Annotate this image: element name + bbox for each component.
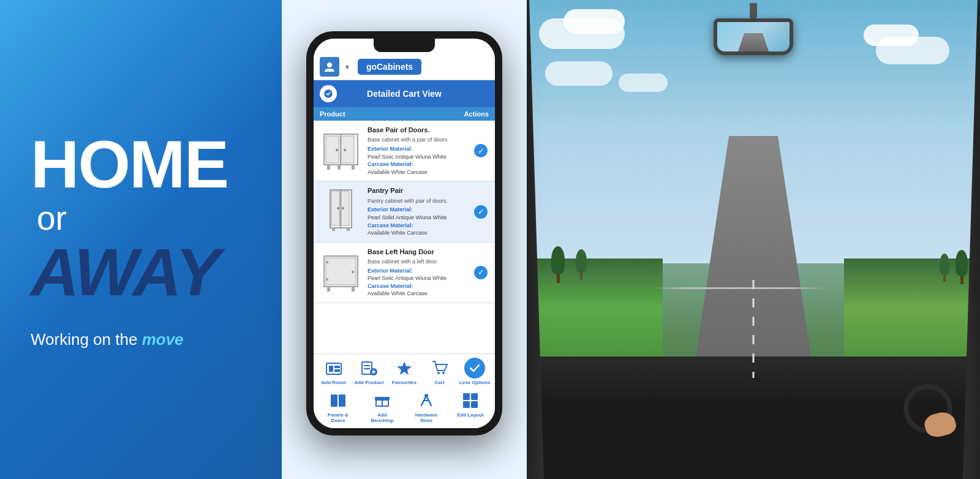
hardware-store-label: Hardware Store (410, 412, 442, 423)
svg-marker-36 (397, 361, 412, 375)
svg-rect-41 (339, 394, 345, 407)
add-benchtop-icon (372, 390, 393, 411)
add-room-label: Add Room (322, 380, 346, 385)
tagline: Working on the move (31, 330, 251, 349)
tagline-highlight: move (142, 330, 184, 349)
dropdown-arrow[interactable]: ▼ (344, 64, 350, 70)
product-item-2: Pantry Pair Pantry cabinet with pair of … (314, 181, 495, 242)
svg-rect-24 (327, 287, 330, 292)
steering-wheel-area (900, 381, 956, 436)
cart-nav-icon (429, 358, 450, 379)
tree-group-right2 (940, 254, 949, 282)
product-item-3: Base Left Hang Door Base cabinet with a … (314, 243, 495, 303)
product-action-2[interactable]: ✓ (474, 186, 490, 236)
carcase-value-2: Available White Carcase (368, 229, 469, 237)
product-action-1[interactable]: ✓ (474, 126, 490, 176)
exterior-label-3: Exterior Material: (368, 267, 469, 275)
product-thumb-2 (318, 186, 363, 235)
nav-add-benchtop[interactable]: Add Benchtop (366, 390, 398, 423)
tagline-prefix: Working on the (31, 330, 142, 349)
edit-layout-icon (460, 390, 481, 411)
add-room-icon (323, 358, 344, 379)
bottom-navigation: Add Room (314, 353, 495, 428)
product-info-1: Base Pair of Doors. Base cabinet with a … (368, 126, 469, 176)
carcase-label-2: Carcase Material: (368, 222, 469, 230)
center-panel: ▼ goCabinets Detailed Cart View Product … (282, 0, 527, 479)
carcase-value-3: Available White Carcase (368, 290, 469, 298)
nav-add-room[interactable]: Add Room (318, 358, 350, 385)
nav-edit-layout[interactable]: Edit Layout (454, 390, 486, 423)
svg-rect-52 (471, 401, 478, 408)
product-thumb-1 (318, 126, 363, 175)
product-name-2: Pantry Pair (368, 186, 469, 195)
product-info-2: Pantry Pair Pantry cabinet with pair of … (368, 186, 469, 236)
panels-doors-icon (328, 390, 349, 411)
rearview-mirror-assembly (714, 3, 793, 55)
svg-rect-8 (327, 165, 330, 170)
nav-less-options[interactable]: Less Options (459, 358, 491, 385)
svg-rect-23 (326, 278, 328, 281)
left-panel: HOME or AWAY Working on the move (0, 0, 282, 479)
tree-group-right (956, 250, 968, 284)
tree-group-left (551, 246, 565, 283)
add-benchtop-label: Add Benchtop (366, 412, 398, 423)
svg-rect-50 (471, 393, 478, 400)
home-text: HOME (31, 130, 251, 198)
check-icon-3[interactable]: ✓ (474, 266, 488, 279)
nav-panels-doors[interactable]: Panels & Doors (322, 390, 354, 423)
svg-rect-29 (334, 369, 340, 372)
svg-rect-26 (326, 363, 341, 374)
col-product: Product (320, 110, 345, 118)
guardrail (654, 287, 825, 289)
product-item-1: Base Pair of Doors. Base cabinet with a … (314, 121, 495, 181)
nav-add-product[interactable]: Add Product (353, 358, 385, 385)
svg-rect-10 (337, 165, 341, 170)
svg-point-39 (466, 360, 483, 377)
col-actions: Actions (464, 110, 489, 118)
product-desc-3: Base cabinet with a left door. (368, 258, 469, 266)
exterior-value-1: Pearl Soiic Antique Wiuna White (368, 153, 469, 161)
nav-favourites[interactable]: Favourites (388, 358, 420, 385)
rearview-mirror (714, 18, 793, 55)
check-icon-1[interactable]: ✓ (474, 144, 488, 157)
table-column-headers: Product Actions (314, 107, 495, 121)
check-icon-2[interactable]: ✓ (474, 205, 488, 219)
svg-point-38 (442, 372, 445, 374)
svg-point-7 (344, 149, 346, 151)
cloud-6 (619, 74, 668, 92)
product-desc-2: Pantry cabinet with pair of doors. (368, 197, 469, 205)
svg-point-15 (337, 207, 339, 209)
carcase-value-1: Available White Carcase (368, 168, 469, 176)
cloud-4 (864, 25, 919, 46)
svg-rect-40 (331, 394, 337, 407)
svg-point-47 (424, 394, 428, 398)
phone-mockup: ▼ goCabinets Detailed Cart View Product … (306, 31, 502, 436)
svg-point-6 (336, 149, 338, 151)
user-avatar[interactable] (320, 57, 339, 77)
product-name-3: Base Left Hang Door (368, 247, 469, 257)
svg-point-21 (352, 271, 354, 273)
product-action-3[interactable]: ✓ (474, 247, 490, 298)
nav-row-2: Panels & Doors Add Benchtop (314, 387, 495, 428)
phone-notch (374, 39, 435, 52)
svg-point-37 (437, 372, 440, 374)
add-product-icon (358, 358, 379, 379)
carcase-label-3: Carcase Material: (368, 282, 469, 290)
svg-point-0 (327, 62, 332, 67)
product-info-3: Base Left Hang Door Base cabinet with a … (368, 247, 469, 298)
svg-point-16 (342, 207, 344, 209)
exterior-value-2: Pearl Solid Antique Wiuna White (368, 214, 469, 222)
nav-row-1: Add Room (314, 354, 495, 387)
svg-rect-25 (352, 287, 355, 292)
cloud-5 (545, 61, 612, 86)
away-text: AWAY (31, 238, 251, 306)
phone-screen: ▼ goCabinets Detailed Cart View Product … (314, 39, 495, 428)
product-list: Base Pair of Doors. Base cabinet with a … (314, 121, 495, 353)
nav-hardware-store[interactable]: Hardware Store (410, 390, 442, 423)
svg-rect-22 (326, 261, 328, 263)
cart-nav-label: Cart (435, 380, 445, 385)
product-name-1: Base Pair of Doors. (368, 126, 469, 135)
svg-rect-27 (329, 366, 333, 372)
svg-rect-49 (463, 393, 470, 400)
nav-cart[interactable]: Cart (424, 358, 456, 385)
